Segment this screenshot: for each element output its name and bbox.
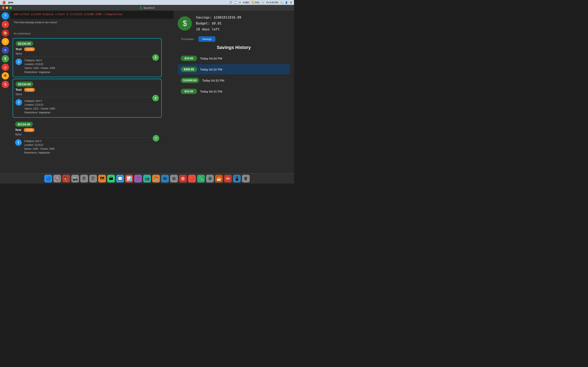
sidebar-icon-target[interactable]: ◎ xyxy=(2,64,9,71)
music-icon[interactable]: 🎵 xyxy=(229,1,232,4)
wifi-icon[interactable]: 📶 52% xyxy=(251,1,259,4)
sidebar-icon-dollar[interactable]: $ xyxy=(2,55,9,62)
menu-icon[interactable]: ☰ xyxy=(290,1,292,4)
sidebar-icon-list[interactable]: ≡ xyxy=(2,47,9,54)
sidebar-icon-help[interactable]: ? xyxy=(2,12,9,20)
savings-label: Savings: $1001011016.99 xyxy=(196,15,241,21)
history-item[interactable]: $10.00 Today 04:31 PM xyxy=(178,86,290,96)
dock-icon[interactable]: 💬 xyxy=(116,175,124,183)
dock-icon[interactable]: 🎯 xyxy=(179,175,187,183)
calorie-badge: +0.00 xyxy=(24,47,35,51)
savings-info: Savings: $1001011016.99 Budget: $0.01 10… xyxy=(196,15,241,32)
time-machine-icon[interactable]: ⌚ xyxy=(234,1,237,4)
keyboard-icon: A ABC xyxy=(243,1,250,4)
dock-icon[interactable]: 📚 xyxy=(152,175,160,183)
close-button[interactable] xyxy=(2,7,4,9)
restrictions-text: Restrictions: Vegetarian xyxy=(25,111,55,115)
menubar-right: 🎵 ⌚ ✴ A ABC 📶 52% 🔋 Fri 4:42 PM 🔍 👤 ☰ xyxy=(229,1,292,4)
minimize-button[interactable] xyxy=(6,7,8,9)
sidebar-icon-warning[interactable]: ! xyxy=(2,38,9,45)
dock-icon[interactable]: 🗓 xyxy=(80,175,88,183)
palette-icon: 🎨 xyxy=(3,31,7,35)
dock-icon[interactable]: 🔴 xyxy=(188,175,196,183)
history-time: Today 04:32 PM xyxy=(202,79,224,82)
app-body: ? ✕ 🎨 ! ≡ $ ◎ 👁 ⇅ add n/Test p/2134 d/S xyxy=(0,11,294,173)
sidebar-icon-close[interactable]: ✕ xyxy=(2,21,9,28)
history-amount: $10.00 xyxy=(181,89,197,94)
dock-icon[interactable]: 🗒 xyxy=(89,175,97,183)
dock: 🔵🚀🦅📷🗓🗒🗺🏔💬📊🎵📺📚🛍⚙🎯🔴🔧🖥☕⛔📱🗑 xyxy=(0,173,294,184)
sidebar-icon-swap[interactable]: ⇅ xyxy=(2,81,9,88)
sidebar-icon-eye[interactable]: 👁 xyxy=(2,72,9,80)
dock-icon[interactable]: 📱 xyxy=(233,175,241,183)
bluetooth-icon[interactable]: ✴ xyxy=(239,1,241,4)
dock-icon[interactable]: 🔧 xyxy=(197,175,205,183)
dock-icon[interactable]: 🎵 xyxy=(134,175,142,183)
dock-icon[interactable]: 📊 xyxy=(125,175,133,183)
history-time: Today 04:34 PM xyxy=(200,57,222,60)
dock-icon[interactable]: 🛍 xyxy=(161,175,169,183)
food-card[interactable]: $2134.00 Test +0.00 Spicy ℹ Category: te… xyxy=(13,119,162,157)
savings-panel: $ Savings: $1001011016.99 Budget: $0.01 … xyxy=(173,11,294,173)
battery-icon[interactable]: 🔋 xyxy=(261,1,264,4)
food-card[interactable]: $2134.00 Test +0.00 Spicy ℹ Category: te… xyxy=(13,79,162,118)
dock-icon[interactable]: 🗺 xyxy=(98,175,106,183)
history-list: $10.00 Today 04:34 PM $999.99 Today 04:3… xyxy=(178,53,290,96)
history-time: Today 04:31 PM xyxy=(200,90,222,93)
history-item[interactable]: $10.00 Today 04:34 PM xyxy=(178,53,290,63)
search-icon[interactable]: 🔍 xyxy=(280,1,283,4)
price-badge: $2134.00 xyxy=(16,82,33,87)
eye-icon: 👁 xyxy=(4,74,7,78)
dock-icon[interactable]: 🖥 xyxy=(206,175,214,183)
dollar-sidebar-icon: $ xyxy=(4,57,6,60)
tab-savings-button[interactable]: Savings xyxy=(199,36,215,42)
warning-icon: ! xyxy=(5,40,6,43)
terminal-area: add n/Test p/2134 d/Spicy c/test 4 l/213… xyxy=(11,11,173,173)
dock-icon[interactable]: 🗑 xyxy=(242,175,250,183)
dock-icon[interactable]: 🦅 xyxy=(62,175,70,183)
days-left: 10 days left xyxy=(196,26,241,33)
maximize-button[interactable] xyxy=(9,7,12,9)
history-item[interactable]: $999.99 Today 04:32 PM xyxy=(178,64,290,75)
hours-text: Opens: 1234 - Closes: 2359 xyxy=(25,66,55,70)
no-restrictions-label: No restrictions xyxy=(11,31,173,36)
location-text: Location: 213123 xyxy=(25,62,55,66)
food-type: Spicy xyxy=(15,133,159,136)
food-type: Spicy xyxy=(16,52,159,55)
command-text: add n/Test p/2134 d/Spicy c/test 4 l/213… xyxy=(14,13,122,16)
tab-purchases-button[interactable]: Purchases xyxy=(178,36,198,42)
food-card[interactable]: $2134.00 Test +0.00 Spicy ℹ Category: te… xyxy=(13,38,162,77)
budget-label: Budget: $0.01 xyxy=(196,21,241,26)
apple-menu[interactable]: 🍎 xyxy=(2,1,6,4)
dock-icon[interactable]: 📺 xyxy=(143,175,151,183)
history-amount: $10000.00 xyxy=(181,78,199,83)
info-icon: ℹ xyxy=(15,139,22,146)
food-details: Category: test 4 Location: 213123 Opens:… xyxy=(24,139,54,155)
dock-icon[interactable]: 📷 xyxy=(71,175,79,183)
card-number: 5 xyxy=(152,54,159,61)
category-text: Category: test 4 xyxy=(24,139,54,143)
history-amount: $999.99 xyxy=(181,67,197,72)
history-item[interactable]: $10000.00 Today 04:32 PM xyxy=(178,75,290,85)
output-text: This food already exists in our menu! xyxy=(14,21,57,24)
calorie-badge: +0.00 xyxy=(24,88,35,92)
hours-text: Opens: 1200 - Closes: 2300 xyxy=(24,147,54,151)
dock-icon[interactable]: 🔵 xyxy=(44,175,52,183)
sidebar-icon-palette[interactable]: 🎨 xyxy=(2,29,9,37)
dock-icon[interactable]: ⚙ xyxy=(170,175,178,183)
food-list[interactable]: $2134.00 Test +0.00 Spicy ℹ Category: te… xyxy=(11,36,164,161)
user-icon[interactable]: 👤 xyxy=(285,1,288,4)
dock-icon[interactable]: ☕ xyxy=(215,175,223,183)
food-type: Spicy xyxy=(16,92,159,96)
calorie-badge: +0.00 xyxy=(24,128,35,132)
clock: Fri 4:42 PM xyxy=(267,1,278,4)
close-icon: ✕ xyxy=(4,23,7,26)
app-name[interactable]: java xyxy=(8,1,13,4)
info-icon: ℹ xyxy=(16,99,22,106)
category-text: Category: test 4 xyxy=(25,58,55,62)
food-info: ℹ Category: test 4 Location: 213123 Open… xyxy=(15,139,159,155)
dock-icon[interactable]: 🚀 xyxy=(53,175,61,183)
dock-icon[interactable]: ⛔ xyxy=(224,175,232,183)
target-icon: ◎ xyxy=(4,66,7,69)
dock-icon[interactable]: 🏔 xyxy=(107,175,115,183)
